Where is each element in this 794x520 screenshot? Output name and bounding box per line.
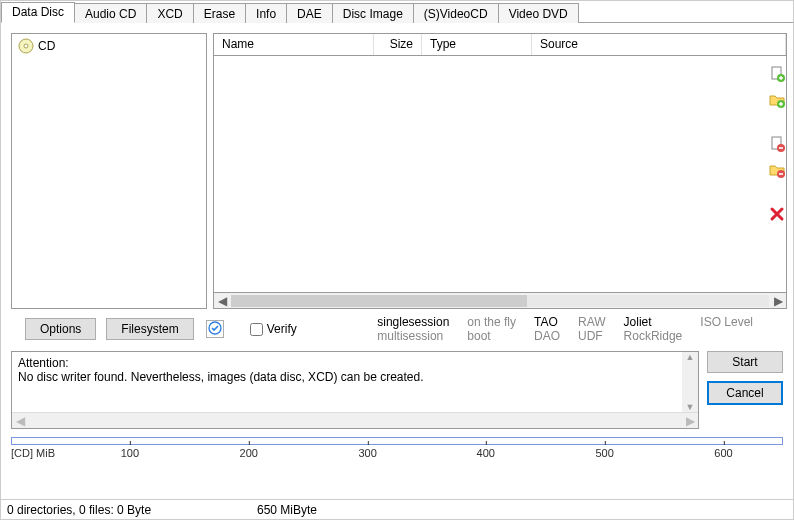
remove-file-icon [769, 136, 785, 155]
file-list-panel: Name Size Type Source ◀ ▶ [213, 33, 787, 309]
tree-root-item[interactable]: CD [12, 34, 206, 58]
flag-singlesession: singlesession [377, 315, 449, 329]
tab-video-dvd[interactable]: Video DVD [498, 3, 579, 23]
ruler-tick: 500 [595, 447, 613, 459]
status-left: 0 directories, 0 files: 0 Byte [7, 503, 191, 517]
scroll-thumb[interactable] [231, 295, 527, 307]
filesystem-ok-button[interactable] [206, 320, 224, 338]
scroll-up-icon[interactable]: ▲ [686, 352, 695, 362]
tab-info[interactable]: Info [245, 3, 287, 23]
scroll-track[interactable] [231, 295, 769, 307]
flag-dao: DAO [534, 329, 560, 343]
log-body[interactable]: Attention: No disc writer found. Neverth… [12, 352, 682, 412]
check-icon [208, 321, 222, 338]
flag-rockridge: RockRidge [624, 329, 683, 343]
flag-udf: UDF [578, 329, 606, 343]
ruler-ticks: [CD] MiB 100 200 300 400 500 600 [11, 447, 783, 465]
scroll-down-icon[interactable]: ▼ [686, 402, 695, 412]
size-ruler: [CD] MiB 100 200 300 400 500 600 [1, 429, 793, 465]
tab-dae[interactable]: DAE [286, 3, 333, 23]
col-source[interactable]: Source [532, 34, 786, 55]
col-name[interactable]: Name [214, 34, 374, 55]
svg-point-1 [24, 44, 28, 48]
col-size[interactable]: Size [374, 34, 422, 55]
log-hscroll[interactable]: ◀ ▶ [12, 412, 698, 428]
scroll-left-icon[interactable]: ◀ [214, 294, 230, 308]
options-button[interactable]: Options [25, 318, 96, 340]
tab-label: (S)VideoCD [424, 7, 488, 21]
log-line: No disc writer found. Nevertheless, imag… [18, 370, 676, 384]
remove-folder-button[interactable] [767, 161, 787, 181]
flag-multisession: multisession [377, 329, 449, 343]
file-list-body[interactable] [213, 55, 787, 293]
tab-xcd[interactable]: XCD [146, 3, 193, 23]
tab-disc-image[interactable]: Disc Image [332, 3, 414, 23]
tab-label: DAE [297, 7, 322, 21]
tab-label: Disc Image [343, 7, 403, 21]
options-row: Options Filesystem Verify singlesession … [1, 309, 793, 347]
log-panel: Attention: No disc writer found. Neverth… [11, 351, 699, 429]
flag-boot: boot [467, 329, 516, 343]
cancel-button[interactable]: Cancel [707, 381, 783, 405]
add-folder-button[interactable] [767, 91, 787, 111]
start-button[interactable]: Start [707, 351, 783, 373]
tab-label: Data Disc [12, 5, 64, 19]
log-vscroll[interactable]: ▲ ▼ [682, 352, 698, 412]
scroll-right-icon[interactable]: ▶ [770, 294, 786, 308]
tab-label: XCD [157, 7, 182, 21]
tab-svideocd[interactable]: (S)VideoCD [413, 3, 499, 23]
main-area: CD Name Size Type Source ◀ ▶ [1, 23, 793, 309]
disc-tree-panel[interactable]: CD [11, 33, 207, 309]
flag-raw: RAW [578, 315, 606, 329]
file-list-hscroll[interactable]: ◀ ▶ [213, 293, 787, 309]
ruler-tick: 100 [121, 447, 139, 459]
tab-bar: Data Disc Audio CD XCD Erase Info DAE Di… [1, 1, 793, 23]
flag-tao: TAO [534, 315, 560, 329]
filesystem-button[interactable]: Filesystem [106, 318, 193, 340]
lower-row: Attention: No disc writer found. Neverth… [1, 347, 793, 429]
verify-checkbox-wrap[interactable]: Verify [250, 322, 297, 336]
flag-onthefly: on the fly [467, 315, 516, 329]
remove-file-button[interactable] [767, 135, 787, 155]
delete-icon [769, 206, 785, 225]
side-toolbar [767, 65, 787, 225]
status-right: 650 MiByte [257, 503, 317, 517]
cd-icon [18, 38, 34, 54]
tab-label: Video DVD [509, 7, 568, 21]
remove-folder-icon [769, 162, 785, 181]
tab-label: Erase [204, 7, 235, 21]
log-line: Attention: [18, 356, 676, 370]
add-folder-icon [769, 92, 785, 111]
action-buttons: Start Cancel [707, 351, 783, 429]
verify-checkbox[interactable] [250, 323, 263, 336]
ruler-tick: 200 [240, 447, 258, 459]
add-file-icon [769, 66, 785, 85]
delete-button[interactable] [767, 205, 787, 225]
flag-joliet: Joliet [624, 315, 683, 329]
ruler-tick: 300 [358, 447, 376, 459]
status-bar: 0 directories, 0 files: 0 Byte 650 MiByt… [1, 499, 793, 519]
ruler-unit-label: [CD] MiB [11, 447, 55, 459]
scroll-left-icon[interactable]: ◀ [12, 414, 28, 428]
add-file-button[interactable] [767, 65, 787, 85]
scroll-right-icon[interactable]: ▶ [682, 414, 698, 428]
tab-erase[interactable]: Erase [193, 3, 246, 23]
verify-label: Verify [267, 322, 297, 336]
ruler-tick: 600 [714, 447, 732, 459]
tree-root-label: CD [38, 39, 55, 53]
tab-data-disc[interactable]: Data Disc [1, 2, 75, 23]
tab-label: Audio CD [85, 7, 136, 21]
file-list-header: Name Size Type Source [213, 33, 787, 55]
col-type[interactable]: Type [422, 34, 532, 55]
flag-isolevel: ISO Level [700, 315, 753, 329]
session-flags: singlesession on the fly TAO RAW Joliet … [377, 315, 783, 343]
ruler-bar[interactable] [11, 437, 783, 445]
scroll-track[interactable] [29, 415, 681, 427]
ruler-tick: 400 [477, 447, 495, 459]
tab-audio-cd[interactable]: Audio CD [74, 3, 147, 23]
tab-label: Info [256, 7, 276, 21]
